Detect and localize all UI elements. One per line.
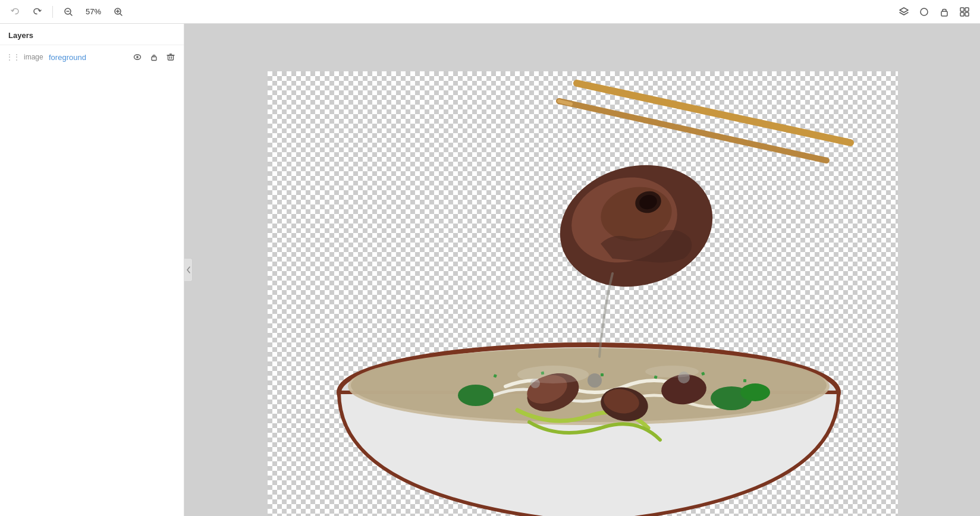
svg-line-2	[70, 14, 72, 15]
svg-point-38	[458, 385, 494, 406]
layer-type: image	[24, 53, 45, 61]
meat-piece	[546, 149, 727, 303]
layers-panel-title: Layers	[0, 24, 184, 45]
layer-name: foreground	[49, 53, 127, 62]
layers-panel: Layers ⋮⋮ image foreground	[0, 24, 184, 516]
zoom-out-button[interactable]	[60, 4, 77, 20]
layer-delete-btn[interactable]	[164, 50, 178, 64]
layer-item[interactable]: ⋮⋮ image foreground	[0, 45, 184, 69]
svg-rect-8	[941, 11, 947, 16]
svg-point-41	[588, 373, 602, 388]
toolbar-right	[896, 4, 973, 20]
svg-rect-10	[965, 8, 969, 11]
svg-rect-11	[960, 12, 964, 16]
undo-button[interactable]	[7, 4, 24, 20]
layer-actions	[130, 50, 178, 64]
svg-rect-15	[152, 57, 156, 61]
main-area: Layers ⋮⋮ image foreground	[0, 24, 980, 516]
svg-point-40	[740, 383, 770, 401]
zoom-level: 57%	[81, 7, 105, 16]
canvas-container[interactable]	[184, 24, 980, 516]
svg-rect-9	[960, 8, 964, 11]
collapse-sidebar-handle[interactable]	[184, 258, 193, 282]
svg-point-14	[136, 56, 139, 58]
svg-line-6	[120, 14, 122, 15]
zoom-in-button[interactable]	[110, 4, 127, 20]
shape-icon-btn[interactable]	[916, 4, 932, 20]
bowl	[339, 345, 838, 516]
chopsticks	[559, 83, 850, 161]
layer-visibility-btn[interactable]	[130, 50, 145, 64]
svg-point-51	[645, 366, 699, 377]
resize-icon-btn[interactable]	[956, 4, 973, 20]
svg-point-50	[517, 366, 589, 383]
canvas-workspace	[268, 71, 898, 516]
svg-rect-46	[601, 373, 604, 376]
lock-icon-btn[interactable]	[936, 4, 953, 20]
canvas-image	[268, 71, 898, 516]
svg-rect-49	[743, 379, 746, 382]
drag-handle-icon: ⋮⋮	[6, 53, 20, 61]
layers-icon-btn[interactable]	[896, 4, 912, 20]
svg-point-7	[921, 8, 928, 15]
redo-button[interactable]	[29, 4, 45, 20]
layer-lock-btn[interactable]	[147, 50, 161, 64]
svg-rect-16	[168, 55, 174, 60]
separator-1	[52, 6, 53, 18]
toolbar: 57%	[0, 0, 980, 24]
svg-rect-12	[965, 12, 969, 16]
